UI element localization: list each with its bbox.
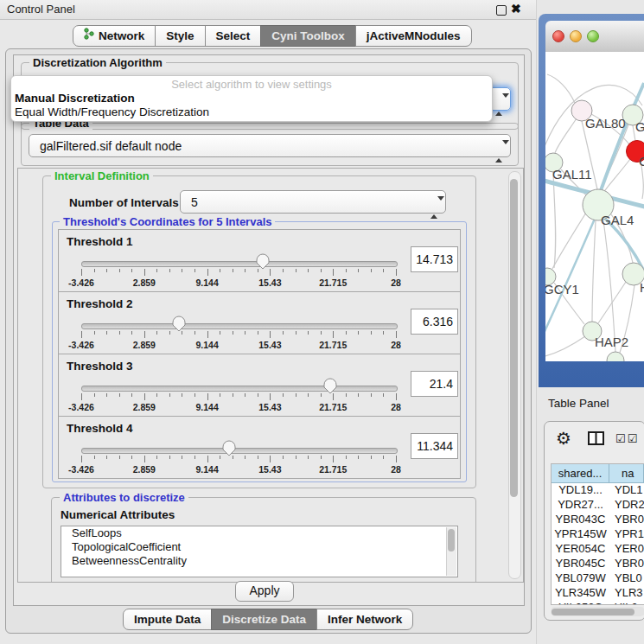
slider-tick-labels: -3.4262.8599.14415.4321.71528 (81, 402, 396, 412)
table-cell[interactable]: YIL052C (552, 601, 609, 605)
tab-infer-network[interactable]: Infer Network (316, 609, 413, 630)
right-side-panel: GAL80GACGAL11GAL4GCY1HHAP2 Table Panel ⚙… (536, 0, 644, 644)
close-panel-icon[interactable]: ✖ (511, 2, 521, 16)
tick-label: 9.144 (195, 277, 218, 288)
tick-label: 15.43 (258, 340, 281, 350)
settings-scroll-pane: Interval Definition Number of Intervals … (17, 168, 524, 583)
table-cell[interactable]: YIL0 (609, 601, 644, 605)
table-row[interactable]: YPR145WYPR1 (552, 527, 644, 542)
column-header[interactable]: na (609, 464, 644, 483)
slider-handle[interactable] (172, 316, 186, 332)
horizontal-scrollbar[interactable] (551, 607, 644, 616)
table-row[interactable]: YLR345WYLR3 (552, 586, 644, 601)
table-cell[interactable]: YDL19... (552, 483, 609, 498)
zoom-window-icon[interactable] (587, 30, 599, 42)
table-cell[interactable]: YBR043C (552, 513, 609, 527)
attribute-item-topologicalcoefficient[interactable]: TopologicalCoefficient (61, 540, 457, 554)
number-of-intervals-combobox[interactable]: 5 (180, 190, 446, 214)
node-label: HAP2 (595, 335, 628, 349)
network-edge (555, 118, 577, 153)
table-cell[interactable]: YPR145W (552, 527, 609, 542)
combo-stepper-icon (430, 196, 438, 220)
scrollbar-thumb[interactable] (510, 179, 518, 497)
table-row[interactable]: YBR043CYBR0 (552, 513, 644, 527)
float-panel-icon[interactable] (496, 5, 507, 16)
table-cell[interactable]: YLR3 (609, 586, 644, 601)
table-cell[interactable]: YER054C (552, 542, 609, 557)
table-cell[interactable]: YDL1 (609, 483, 644, 498)
tab-select[interactable]: Select (205, 25, 262, 47)
checkbox-icons[interactable]: ☑☑ (615, 432, 639, 445)
tab-label: Discretize Data (222, 609, 306, 629)
apply-button[interactable]: Apply (235, 581, 294, 602)
threshold-value-field[interactable]: 11.344 (411, 433, 458, 459)
slider-track[interactable] (81, 386, 398, 392)
slider-track[interactable] (81, 323, 398, 329)
tick-label: 9.144 (195, 464, 218, 475)
numerical-attributes-list[interactable]: SelfLoopsTopologicalCoefficientBetweenne… (61, 526, 458, 577)
table-cell[interactable]: YDR27... (552, 498, 609, 513)
table-data-group: Table Data galFiltered.sif default node (21, 123, 519, 166)
table-cell[interactable]: YLR345W (552, 586, 609, 601)
table-cell[interactable]: YPR1 (609, 527, 644, 542)
slider-ticks (81, 331, 396, 339)
table-row[interactable]: YDL19...YDL1 (552, 483, 644, 498)
top-tab-bar: NetworkStyleSelectCyni ToolboxjActiveMNo… (73, 25, 472, 47)
attribute-item-betweennesscentrality[interactable]: BetweennessCentrality (61, 554, 457, 568)
slider-handle[interactable] (256, 253, 270, 270)
tab-network[interactable]: Network (73, 25, 156, 47)
scrollbar-thumb[interactable] (552, 609, 634, 615)
number-of-intervals-value: 5 (191, 195, 198, 209)
table-header-row: shared...na (552, 464, 644, 483)
table-row[interactable]: YER054CYER0 (552, 542, 644, 557)
gear-icon[interactable]: ⚙ (556, 428, 571, 449)
tab-jactivemnodules[interactable]: jActiveMNodules (355, 25, 472, 47)
tick-label: 21.715 (319, 402, 347, 412)
list-scrollbar[interactable] (446, 527, 456, 576)
table-cell[interactable]: YBL0 (609, 571, 644, 586)
network-edge (598, 282, 626, 323)
columns-icon[interactable] (588, 431, 604, 449)
threshold-row: Threshold 2-3.4262.8599.14415.4321.71528… (58, 291, 461, 354)
tab-cyni-toolbox[interactable]: Cyni Toolbox (260, 25, 356, 47)
table-row[interactable]: YBL079WYBL0 (552, 571, 644, 586)
node-label: GAL11 (552, 167, 592, 182)
slider-handle[interactable] (323, 378, 337, 394)
vertical-scrollbar[interactable] (508, 171, 521, 579)
tick-label: -3.426 (68, 340, 94, 350)
attribute-item-selfloops[interactable]: SelfLoops (61, 526, 457, 540)
threshold-value-field[interactable]: 6.316 (411, 309, 458, 335)
table-row[interactable]: YIL052CYIL0 (552, 601, 644, 605)
table-data-combobox[interactable]: galFiltered.sif default node (29, 134, 511, 157)
threshold-label: Threshold 2 (67, 297, 133, 310)
table-row[interactable]: YBR045CYBR0 (552, 557, 644, 571)
column-header[interactable]: shared... (552, 464, 609, 483)
tab-impute-data[interactable]: Impute Data (123, 609, 212, 630)
group-title: Attributes to discretize (60, 491, 188, 504)
table-cell[interactable]: YBL079W (552, 571, 609, 586)
table-cell[interactable]: YBR0 (609, 557, 644, 571)
threshold-value-field[interactable]: 21.4 (411, 371, 458, 397)
tick-label: 28 (391, 277, 401, 288)
table-cell[interactable]: YER0 (609, 542, 644, 557)
tab-label: Cyni Toolbox (271, 26, 345, 46)
dropdown-option-equal-width-frequency-discretization[interactable]: Equal Width/Frequency Discretization (15, 105, 209, 118)
table-row[interactable]: YDR27...YDR2 (552, 498, 644, 513)
network-node[interactable] (607, 352, 624, 361)
network-canvas[interactable]: GAL80GACGAL11GAL4GCY1HHAP2 (545, 52, 644, 361)
slider-track[interactable] (81, 448, 398, 454)
close-window-icon[interactable] (552, 30, 564, 42)
threshold-value-field[interactable]: 14.713 (411, 246, 458, 272)
slider-ticks (81, 393, 396, 401)
tab-discretize-data[interactable]: Discretize Data (211, 609, 317, 630)
slider-track[interactable] (81, 261, 398, 267)
table-cell[interactable]: YBR045C (552, 557, 609, 571)
network-window-titlebar[interactable] (545, 21, 644, 53)
slider-handle[interactable] (222, 440, 236, 456)
table-cell[interactable]: YBR0 (609, 513, 644, 527)
tab-style[interactable]: Style (155, 25, 205, 47)
minimize-window-icon[interactable] (570, 30, 582, 42)
node-label: H (640, 280, 644, 295)
table-cell[interactable]: YDR2 (609, 498, 644, 513)
dropdown-option-manual-discretization[interactable]: Manual Discretization (15, 92, 135, 105)
